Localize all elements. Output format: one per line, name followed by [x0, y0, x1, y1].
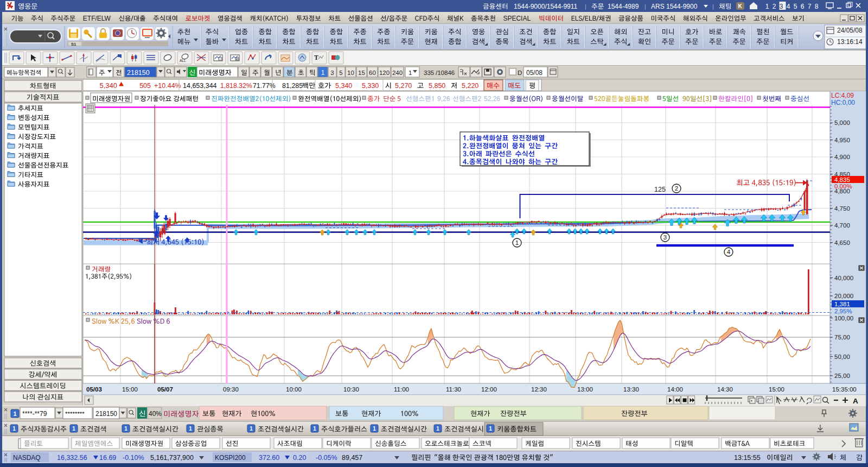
svg-text:60: 60: [369, 70, 376, 76]
svg-text:5,340: 5,340: [99, 81, 117, 90]
svg-text:16,332.56: 16,332.56: [57, 454, 87, 462]
svg-text:D: D: [518, 70, 522, 76]
svg-text:NASDAQ: NASDAQ: [13, 454, 41, 462]
svg-text:12:00: 12:00: [481, 386, 497, 393]
svg-text:25,00: 25,00: [834, 373, 850, 379]
svg-text:1: 1: [489, 426, 492, 432]
svg-text:5,330: 5,330: [362, 82, 379, 90]
svg-text:|: |: [712, 3, 714, 10]
svg-text:5,000: 5,000: [834, 119, 850, 126]
svg-text:13:30: 13:30: [623, 386, 639, 393]
svg-text:1: 1: [765, 3, 769, 10]
svg-text:14:00: 14:00: [667, 386, 683, 393]
svg-text:ETF/ELW: ETF/ELW: [83, 15, 111, 22]
svg-text:10:30: 10:30: [343, 386, 359, 393]
svg-text:5: 5: [339, 70, 342, 76]
svg-text:13:00: 13:00: [577, 386, 593, 393]
svg-text:S1: S1: [71, 42, 76, 47]
svg-text:125: 125: [654, 186, 666, 193]
svg-text:9,26: 9,26: [437, 95, 450, 103]
svg-text:13:16:14: 13:16:14: [837, 38, 863, 46]
svg-text:K: K: [738, 3, 743, 9]
svg-text:1: 1: [72, 426, 75, 432]
svg-text:1: 1: [12, 426, 16, 432]
svg-text:****-**79: ****-**79: [22, 410, 47, 418]
svg-text:5,220: 5,220: [462, 82, 478, 90]
svg-text:240: 240: [392, 70, 403, 76]
svg-text:100,00: 100,00: [834, 315, 853, 321]
svg-text:11:00: 11:00: [394, 386, 409, 393]
svg-text:1: 1: [515, 239, 519, 246]
svg-text:1: 1: [250, 426, 253, 432]
svg-text:1: 1: [13, 411, 16, 417]
svg-text:8: 8: [815, 3, 819, 10]
svg-text:2,95%: 2,95%: [834, 308, 852, 314]
svg-text:1: 1: [124, 426, 127, 432]
svg-text:81,285: 81,285: [282, 82, 303, 90]
svg-text:10: 10: [347, 70, 354, 76]
svg-text:05/03: 05/03: [86, 386, 102, 393]
svg-text:1: 1: [321, 69, 325, 77]
svg-text:-0.10%: -0.10%: [123, 454, 144, 462]
svg-text:120: 120: [379, 70, 390, 76]
svg-text:T: T: [314, 54, 318, 61]
svg-text:15: 15: [358, 70, 365, 76]
svg-text:40,000: 40,000: [834, 275, 853, 281]
svg-text:15:00: 15:00: [122, 386, 138, 393]
svg-text:A: A: [853, 397, 858, 405]
svg-text:372.60: 372.60: [259, 454, 279, 462]
svg-text:3: 3: [663, 234, 667, 241]
svg-text:1,818.32%: 1,818.32%: [220, 82, 252, 90]
svg-text:335: 335: [424, 70, 434, 76]
svg-text:4,950: 4,950: [834, 137, 850, 143]
svg-text:14,653,344: 14,653,344: [183, 82, 217, 90]
svg-text:50,00: 50,00: [834, 354, 850, 360]
svg-text:75,00: 75,00: [834, 334, 850, 340]
svg-text:5,850: 5,850: [429, 82, 445, 90]
svg-text:505: 505: [139, 82, 151, 90]
svg-text:1: 1: [436, 426, 439, 432]
svg-text:SPECIAL: SPECIAL: [503, 15, 531, 22]
svg-text:6: 6: [801, 3, 805, 10]
svg-text:12:30: 12:30: [531, 386, 547, 393]
svg-text:4,835: 4,835: [834, 176, 850, 183]
svg-text:1,381: 1,381: [834, 301, 850, 307]
svg-text:16.69: 16.69: [99, 454, 116, 462]
svg-text:5,161,737,900: 5,161,737,900: [150, 454, 194, 462]
svg-text:14:30: 14:30: [717, 386, 733, 393]
svg-text:/10846: /10846: [436, 70, 455, 76]
svg-text:LC:4,09: LC:4,09: [831, 92, 854, 99]
svg-text:0.20: 0.20: [293, 454, 306, 462]
svg-text:ARS 1544-9900: ARS 1544-9900: [651, 3, 698, 10]
svg-text:1: 1: [373, 426, 376, 432]
svg-text:4: 4: [727, 249, 731, 255]
svg-text:1544-9000/1544-9911: 1544-9000/1544-9911: [514, 3, 578, 10]
svg-text:1: 1: [313, 426, 316, 432]
svg-text:3: 3: [330, 70, 334, 76]
svg-text:-0.05%: -0.05%: [316, 454, 337, 462]
svg-text:3: 3: [780, 3, 783, 10]
svg-text:05/08: 05/08: [526, 69, 542, 77]
svg-text:5,270: 5,270: [395, 82, 412, 90]
svg-text:218150: 218150: [127, 69, 150, 77]
svg-text:5,340: 5,340: [335, 82, 352, 90]
svg-text:4: 4: [787, 3, 790, 10]
svg-text:+10.44%: +10.44%: [154, 82, 181, 90]
svg-text:11:30: 11:30: [446, 386, 461, 393]
svg-text:4,750: 4,750: [834, 205, 850, 212]
svg-text:15:35:00: 15:35:00: [832, 386, 857, 393]
svg-text:0,00%: 0,00%: [834, 183, 852, 190]
svg-text:|: |: [644, 3, 646, 10]
svg-text:218150: 218150: [95, 410, 117, 418]
svg-text:13:15:55: 13:15:55: [734, 454, 761, 462]
svg-text:1544-4989: 1544-4989: [608, 3, 639, 10]
svg-text:HC:0,00: HC:0,00: [831, 99, 855, 106]
svg-text:|: |: [585, 3, 586, 10]
svg-text:24/05/08: 24/05/08: [837, 27, 863, 34]
svg-text:5: 5: [794, 3, 797, 10]
svg-text:4,650: 4,650: [834, 239, 850, 246]
svg-text:2: 2: [675, 185, 678, 192]
svg-text:20,000: 20,000: [834, 293, 853, 299]
svg-text:1: 1: [409, 70, 412, 76]
svg-text:********: ********: [65, 411, 85, 417]
